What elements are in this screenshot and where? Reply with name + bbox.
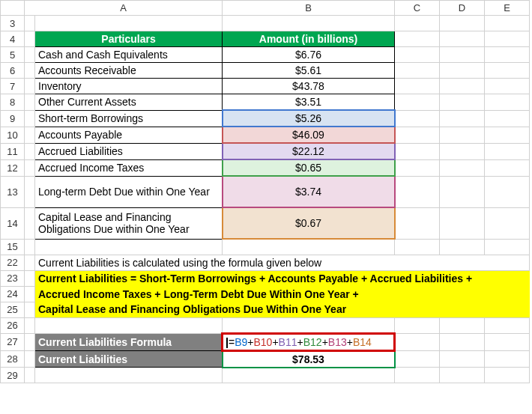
row-header[interactable]: 11 (1, 143, 25, 159)
row-header[interactable]: 4 (1, 31, 25, 47)
spreadsheet-grid[interactable]: A B C D E 3 4 Particulars Amount (in bil… (0, 0, 530, 383)
formula-text-1: Current Liabilities = Short-Term Borrowi… (35, 270, 530, 286)
row-header[interactable]: 29 (1, 368, 25, 383)
cell-value-b11[interactable]: $22.12 (223, 143, 395, 159)
cell-value-b12[interactable]: $0.65 (223, 159, 395, 176)
col-header-a[interactable]: A (25, 1, 223, 16)
cell-value[interactable]: $43.78 (223, 79, 395, 94)
formula-label: Current Liabilities Formula (35, 333, 223, 350)
row-header[interactable]: 26 (1, 317, 25, 333)
cell-value[interactable]: $3.51 (223, 94, 395, 111)
col-header-b[interactable]: B (223, 1, 395, 16)
ref-b14: B14 (353, 336, 372, 348)
row-header[interactable]: 22 (1, 255, 25, 270)
cell-label[interactable]: Accounts Receivable (35, 63, 223, 79)
row-header[interactable]: 5 (1, 47, 25, 63)
cell-label[interactable]: Accrued Income Taxes (35, 159, 223, 176)
row-header[interactable]: 12 (1, 159, 25, 176)
row-header[interactable]: 6 (1, 63, 25, 79)
formula-cell[interactable]: =B9+B10+B11+B12+B13+B14 (223, 333, 395, 350)
col-header-d[interactable]: D (440, 1, 485, 16)
cell-label[interactable]: Inventory (35, 79, 223, 94)
cell-value[interactable]: $5.61 (223, 63, 395, 79)
cursor-box (226, 338, 228, 348)
ref-b10: B10 (254, 336, 273, 348)
ref-b11: B11 (279, 336, 297, 348)
cell-label[interactable]: Accounts Payable (35, 127, 223, 143)
cell-value[interactable]: $6.76 (223, 47, 395, 63)
cell-label[interactable]: Capital Lease and Financing Obligations … (35, 207, 223, 239)
column-header-row: A B C D E (1, 1, 530, 16)
cell-value-b13[interactable]: $3.74 (223, 176, 395, 207)
row-header[interactable]: 24 (1, 286, 25, 302)
row-header[interactable]: 13 (1, 176, 25, 207)
row-header[interactable]: 10 (1, 127, 25, 143)
row-header[interactable]: 25 (1, 302, 25, 317)
note-text: Current Liabilities is calculated using … (35, 255, 530, 270)
header-amount: Amount (in billions) (223, 31, 395, 47)
cell-label[interactable]: Long-term Debt Due within One Year (35, 176, 223, 207)
cell-value-b9[interactable]: $5.26 (223, 110, 395, 127)
row-header[interactable]: 15 (1, 239, 25, 255)
ref-b13: B13 (328, 336, 347, 348)
value-label: Current Liabilities (35, 350, 223, 368)
cell-label[interactable]: Cash and Cash Equivalents (35, 47, 223, 63)
cell-label[interactable]: Other Current Assets (35, 94, 223, 111)
formula-text-2: Accrued Income Taxes + Long-Term Debt Du… (35, 286, 530, 302)
cell-value-b10[interactable]: $46.09 (223, 127, 395, 143)
ref-b12: B12 (303, 336, 322, 348)
col-header-e[interactable]: E (485, 1, 530, 16)
result-value[interactable]: $78.53 (223, 350, 395, 368)
cell-label[interactable]: Accrued Liabilities (35, 143, 223, 159)
formula-text-3: Capital Lease and Financing Obligations … (35, 302, 530, 317)
row-header[interactable]: 28 (1, 350, 25, 368)
col-header-c[interactable]: C (395, 1, 440, 16)
header-particulars: Particulars (35, 31, 223, 47)
cell-label[interactable]: Short-term Borrowings (35, 110, 223, 127)
cell-value-b14[interactable]: $0.67 (223, 207, 395, 239)
row-header[interactable]: 23 (1, 270, 25, 286)
row-header[interactable]: 14 (1, 207, 25, 239)
row-header[interactable]: 3 (1, 16, 25, 31)
row-header[interactable]: 9 (1, 110, 25, 127)
row-header[interactable]: 27 (1, 333, 25, 350)
row-header[interactable]: 7 (1, 79, 25, 94)
corner-cell (1, 1, 25, 16)
row-header[interactable]: 8 (1, 94, 25, 111)
ref-b9: B9 (235, 336, 247, 348)
